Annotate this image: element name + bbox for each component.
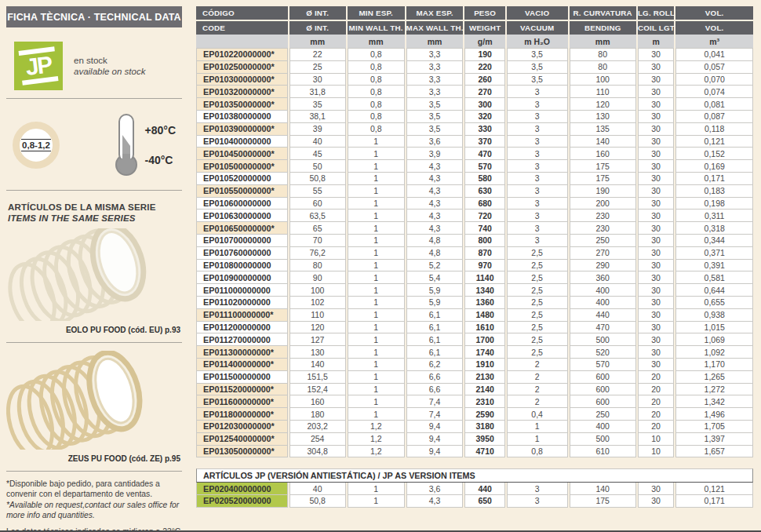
value-cell: 30 xyxy=(638,271,674,284)
value-cell: 0,152 xyxy=(675,148,753,160)
value-cell: 7,4 xyxy=(406,395,464,408)
value-cell: 580 xyxy=(464,173,504,185)
value-cell: 30 xyxy=(638,483,674,495)
column-unit: m³ xyxy=(675,35,753,48)
value-cell: 650 xyxy=(464,495,504,508)
table-row: EP01100000000010015,913402,5400300,644 xyxy=(196,284,753,297)
hose-photo-eolo xyxy=(6,228,174,321)
value-cell: 4710 xyxy=(464,446,504,458)
value-cell: 6,1 xyxy=(406,322,464,334)
value-cell: 1 xyxy=(348,333,405,346)
value-cell: 175 xyxy=(570,160,636,173)
wall-thickness-badge-icon: 0,8-1,2 xyxy=(13,122,60,169)
value-cell: 570 xyxy=(570,359,636,371)
value-cell: 30 xyxy=(638,74,674,86)
divider xyxy=(6,98,182,99)
value-cell: 30 xyxy=(638,123,674,136)
table-row: EP012030000000*203,21,29,431801400201,70… xyxy=(196,421,753,433)
value-cell: 400 xyxy=(570,297,636,309)
table-row: EP011520000000*152,416,621402600201,272 xyxy=(196,384,753,396)
value-cell: 1 xyxy=(348,185,405,198)
as-table-body: ARTÍCULOS JP (VERSIÓN ANTIESTÁTICA) / JP… xyxy=(196,468,753,508)
product-code-cell: EP010700000000 xyxy=(196,235,288,247)
value-cell: 2130 xyxy=(464,371,504,384)
value-cell: 0,087 xyxy=(675,111,753,123)
value-cell: 160 xyxy=(289,395,346,408)
value-cell: 230 xyxy=(570,222,636,235)
table-row: EP010450000000*4513,94703160300,152 xyxy=(196,148,753,160)
value-cell: 30 xyxy=(638,198,674,210)
value-cell: 304,8 xyxy=(289,446,346,458)
value-cell: 30 xyxy=(638,160,674,173)
product-code-cell: EP011300000000* xyxy=(196,346,288,359)
as-table-row: EP0204000000004013,64403140300,121 xyxy=(196,483,753,495)
value-cell: 440 xyxy=(570,309,636,322)
value-cell: 30 xyxy=(638,346,674,359)
value-cell: 1 xyxy=(348,271,405,284)
value-cell: 1,2 xyxy=(348,433,405,446)
value-cell: 1,069 xyxy=(675,333,753,346)
temperature-labels: +80°C -40°C xyxy=(145,124,176,166)
page-title: FICHA TÈCNICA · TECHNICAL DATA xyxy=(6,6,182,27)
as-table-title: ARTÍCULOS JP (VERSIÓN ANTIESTÁTICA) / JP… xyxy=(196,468,753,483)
column-unit: mm xyxy=(348,35,405,48)
value-cell: 1 xyxy=(348,359,405,371)
table-row: EP011600000000*16017,423102600201,342 xyxy=(196,395,753,408)
value-cell: 140 xyxy=(289,359,346,371)
value-cell: 30 xyxy=(638,222,674,235)
value-cell: 1 xyxy=(348,346,405,359)
value-cell: 1 xyxy=(348,148,405,160)
value-cell: 3 xyxy=(507,148,568,160)
as-table-row: EP02052000000050,814,36503175300,171 xyxy=(196,495,753,508)
product-code-cell: EP011100000000* xyxy=(196,309,288,322)
value-cell: 135 xyxy=(570,123,636,136)
value-cell: 0,041 xyxy=(675,48,753,61)
column-header-es: MIN ESP. xyxy=(348,6,405,21)
value-cell: 250 xyxy=(570,235,636,247)
value-cell: 0,391 xyxy=(675,260,753,272)
value-cell: 0,581 xyxy=(675,271,753,284)
value-cell: 30 xyxy=(638,284,674,297)
value-cell: 63,5 xyxy=(289,210,346,222)
value-cell: 2,5 xyxy=(507,322,568,334)
value-cell: 3 xyxy=(507,123,568,136)
stock-availability: en stock available on stock xyxy=(74,55,145,77)
column-header-en: WEIGHT xyxy=(464,21,504,35)
table-row: EP010320000000*31,80,83,32703110300,074 xyxy=(196,86,753,98)
value-cell: 25 xyxy=(289,61,346,74)
column-header-en: BENDING xyxy=(570,21,636,35)
value-cell: 1 xyxy=(348,136,405,148)
as-product-code-cell: EP020520000000 xyxy=(196,495,288,508)
value-cell: 160 xyxy=(570,148,636,160)
table-row: EP010390000000*390,83,53303135300,118 xyxy=(196,123,753,136)
value-cell: 45 xyxy=(289,148,346,160)
value-cell: 1 xyxy=(348,260,405,272)
value-cell: 1,272 xyxy=(675,384,753,396)
value-cell: 30 xyxy=(638,98,674,111)
value-cell: 1 xyxy=(348,395,405,408)
product-code-cell: EP010300000000* xyxy=(196,74,288,86)
column-header-es: R. CURVATURA xyxy=(570,6,636,21)
jp-series-logo: JP xyxy=(14,42,63,90)
value-cell: 0,198 xyxy=(675,198,753,210)
value-cell: 180 xyxy=(289,408,346,421)
footnote-availability-es: *Disponible bajo pedido, para cantidades… xyxy=(6,479,182,499)
table-row: EP01102000000010215,913602,5400300,655 xyxy=(196,297,753,309)
product-code-cell: EP010520000000 xyxy=(196,173,288,185)
product-code-cell: EP011800000000* xyxy=(196,408,288,421)
value-cell: 2,5 xyxy=(507,309,568,322)
value-cell: 870 xyxy=(464,247,504,260)
table-row: EP011800000000*18017,425900,4250201,496 xyxy=(196,408,753,421)
value-cell: 175 xyxy=(570,173,636,185)
value-cell: 38,1 xyxy=(289,111,346,123)
value-cell: 1740 xyxy=(464,346,504,359)
value-cell: 3180 xyxy=(464,421,504,433)
value-cell: 30 xyxy=(638,247,674,260)
value-cell: 1,342 xyxy=(675,395,753,408)
value-cell: 9,4 xyxy=(406,433,464,446)
table-row: EP0104000000004013,63703140300,121 xyxy=(196,136,753,148)
value-cell: 1360 xyxy=(464,297,504,309)
value-cell: 90 xyxy=(289,271,346,284)
value-cell: 0,081 xyxy=(675,98,753,111)
value-cell: 254 xyxy=(289,433,346,446)
